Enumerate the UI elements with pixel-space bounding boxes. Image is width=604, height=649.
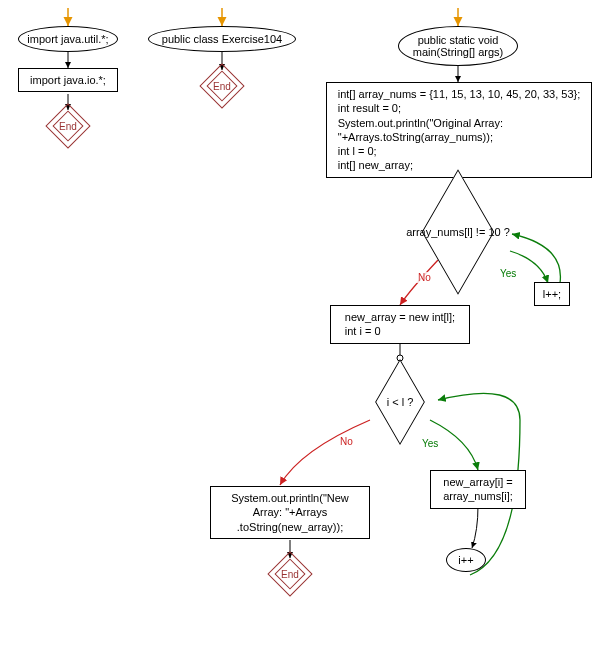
end-text: End	[281, 569, 299, 580]
node-import-io: import java.io.*;	[18, 68, 118, 92]
edge-label-yes-1: Yes	[498, 268, 518, 279]
node-text: System.out.println("New Array: "+Arrays …	[231, 491, 349, 534]
end-node-3: End	[274, 558, 306, 590]
node-main-method: public static void main(String[] args)	[398, 26, 518, 66]
node-import-util: import java.util.*;	[18, 26, 118, 52]
node-text: i++	[458, 554, 473, 566]
end-text: End	[59, 121, 77, 132]
edge-label-no-1: No	[416, 272, 433, 283]
end-node-1: End	[52, 110, 84, 142]
node-text: public class Exercise104	[162, 33, 282, 45]
node-init-block: int[] array_nums = {11, 15, 13, 10, 45, …	[326, 82, 592, 178]
node-text: new_array[i] = array_nums[i];	[443, 475, 513, 504]
node-l-increment: l++;	[534, 282, 570, 306]
node-text: new_array = new int[l]; int i = 0	[345, 310, 455, 339]
node-i-increment: i++	[446, 548, 486, 572]
node-text: array_nums[l] != 10 ?	[406, 226, 510, 238]
node-text: public static void main(String[] args)	[413, 34, 503, 58]
node-text: import java.io.*;	[30, 73, 106, 87]
decision-array-not-10: array_nums[l] != 10 ?	[406, 206, 510, 258]
decision-i-less-l: i < l ?	[364, 378, 436, 426]
end-text: End	[213, 81, 231, 92]
node-text: import java.util.*;	[27, 33, 108, 45]
node-class-decl: public class Exercise104	[148, 26, 296, 52]
node-text: i < l ?	[387, 396, 414, 408]
node-text: l++;	[543, 287, 561, 301]
end-node-2: End	[206, 70, 238, 102]
edge-label-yes-2: Yes	[420, 438, 440, 449]
edge-label-no-2: No	[338, 436, 355, 447]
node-println: System.out.println("New Array: "+Arrays …	[210, 486, 370, 539]
node-new-array: new_array = new int[l]; int i = 0	[330, 305, 470, 344]
node-text: int[] array_nums = {11, 15, 13, 10, 45, …	[338, 87, 580, 173]
node-assign: new_array[i] = array_nums[i];	[430, 470, 526, 509]
